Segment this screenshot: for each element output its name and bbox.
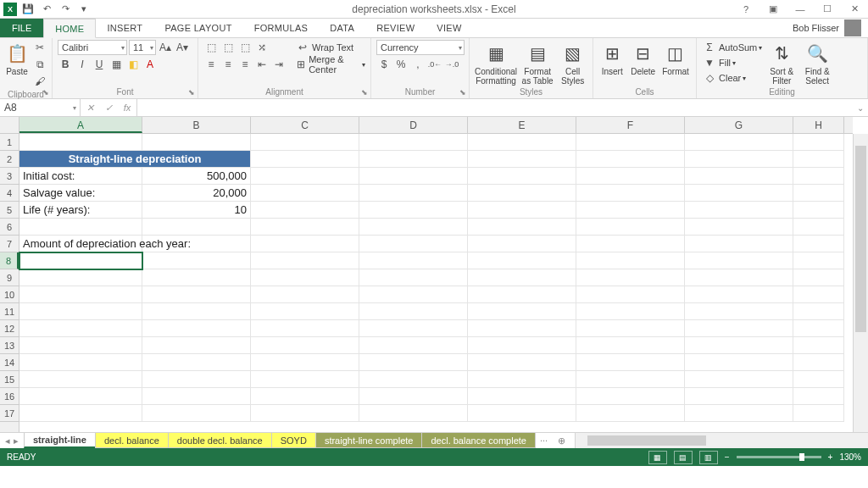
cell-styles-button[interactable]: ▧Cell Styles: [558, 40, 587, 86]
decrease-indent-button[interactable]: ⇤: [254, 57, 270, 72]
row-header-17[interactable]: 17: [0, 405, 19, 422]
help-button[interactable]: ?: [736, 2, 756, 17]
row-header-6[interactable]: 6: [0, 219, 19, 236]
row-header-3[interactable]: 3: [0, 168, 19, 185]
expand-formula-bar-button[interactable]: ⌄: [853, 99, 868, 116]
tab-insert[interactable]: INSERT: [96, 19, 153, 37]
col-header-d[interactable]: D: [359, 117, 468, 133]
col-header-b[interactable]: B: [142, 117, 251, 133]
row-header-10[interactable]: 10: [0, 286, 19, 303]
row-header-9[interactable]: 9: [0, 269, 19, 286]
vertical-scroll-thumb[interactable]: [855, 146, 866, 332]
align-right-button[interactable]: ≡: [237, 57, 253, 72]
select-all-button[interactable]: [0, 117, 19, 134]
number-launcher-icon[interactable]: ⬊: [458, 87, 468, 97]
tab-formulas[interactable]: FORMULAS: [243, 19, 320, 37]
row-header-16[interactable]: 16: [0, 388, 19, 405]
zoom-in-button[interactable]: +: [828, 452, 833, 462]
col-header-h[interactable]: H: [793, 117, 844, 133]
sheet-tab-soyd[interactable]: SOYD: [271, 433, 316, 448]
sheet-nav-prev-button[interactable]: ◂: [5, 435, 10, 446]
new-sheet-button[interactable]: ⊕: [553, 433, 570, 448]
sheet-tab-double-decl[interactable]: double decl. balance: [168, 433, 272, 448]
redo-button[interactable]: ↷: [58, 2, 73, 17]
sheet-nav-next-button[interactable]: ▸: [14, 435, 19, 446]
align-middle-button[interactable]: ⬚: [220, 40, 236, 55]
undo-button[interactable]: ↶: [39, 2, 54, 17]
font-size-combo[interactable]: 11: [129, 40, 156, 55]
minimize-button[interactable]: —: [790, 2, 810, 17]
col-header-e[interactable]: E: [468, 117, 576, 133]
align-bottom-button[interactable]: ⬚: [237, 40, 253, 55]
cell-b3[interactable]: 500,000: [142, 168, 251, 185]
zoom-slider-thumb[interactable]: [799, 453, 804, 461]
tab-page-layout[interactable]: PAGE LAYOUT: [153, 19, 242, 37]
row-header-7[interactable]: 7: [0, 236, 19, 252]
conditional-formatting-button[interactable]: ▦Conditional Formatting: [475, 40, 517, 86]
cells-area[interactable]: Straight-line depreciation Initial cost:…: [19, 134, 853, 432]
page-break-view-button[interactable]: ▥: [699, 451, 718, 464]
sheet-tab-straight-line[interactable]: straight-line: [24, 433, 96, 448]
font-name-combo[interactable]: Calibri: [58, 40, 127, 55]
cell-a8-selected[interactable]: [19, 252, 142, 269]
paste-button[interactable]: 📋 Paste: [5, 40, 29, 76]
tab-view[interactable]: VIEW: [426, 19, 472, 37]
increase-decimal-button[interactable]: .0←: [427, 57, 442, 72]
row-header-5[interactable]: 5: [0, 202, 19, 219]
comma-format-button[interactable]: ,: [410, 57, 426, 72]
maximize-button[interactable]: ☐: [817, 2, 837, 17]
cell-a4[interactable]: Salvage value:: [19, 185, 142, 202]
insert-cells-button[interactable]: ⊞Insert: [598, 40, 626, 76]
qat-customize-icon[interactable]: ▾: [76, 2, 92, 17]
more-sheets-button[interactable]: ...: [535, 433, 553, 448]
sheet-tab-straight-complete[interactable]: straight-line complete: [315, 433, 423, 448]
align-center-button[interactable]: ≡: [220, 57, 236, 72]
tab-file[interactable]: FILE: [0, 19, 43, 37]
font-color-button[interactable]: A: [142, 57, 158, 72]
find-select-button[interactable]: 🔍Find & Select: [801, 40, 833, 86]
row-header-4[interactable]: 4: [0, 185, 19, 202]
merge-center-button[interactable]: ⊞Merge & Center▾: [295, 57, 365, 72]
ribbon-options-button[interactable]: ▣: [763, 2, 783, 17]
orientation-button[interactable]: ⤮: [254, 40, 270, 55]
save-button[interactable]: 💾: [20, 2, 36, 17]
sheet-tab-decl-complete[interactable]: decl. balance complete: [421, 433, 536, 448]
zoom-out-button[interactable]: −: [725, 452, 730, 462]
user-avatar[interactable]: [844, 19, 861, 36]
cell-a7[interactable]: Amount of depreciation each year:: [19, 236, 142, 252]
fx-button[interactable]: fx: [118, 103, 136, 113]
align-top-button[interactable]: ⬚: [203, 40, 219, 55]
vertical-scrollbar[interactable]: [853, 134, 868, 432]
cell-a3[interactable]: Initial cost:: [19, 168, 142, 185]
row-header-14[interactable]: 14: [0, 354, 19, 371]
cell-header[interactable]: Straight-line depreciation: [19, 151, 251, 168]
align-left-button[interactable]: ≡: [203, 57, 219, 72]
cell-b4[interactable]: 20,000: [142, 185, 251, 202]
row-header-2[interactable]: 2: [0, 151, 19, 168]
row-header-8[interactable]: 8: [0, 252, 19, 269]
user-name[interactable]: Bob Flisser: [793, 23, 839, 33]
font-launcher-icon[interactable]: ⬊: [186, 87, 197, 97]
row-header-11[interactable]: 11: [0, 303, 19, 320]
copy-button[interactable]: ⧉: [32, 57, 47, 72]
sheet-tab-decl-balance[interactable]: decl. balance: [95, 433, 169, 448]
cancel-formula-button[interactable]: ✕: [81, 103, 99, 114]
horizontal-scrollbar[interactable]: [575, 433, 868, 448]
row-header-13[interactable]: 13: [0, 337, 19, 354]
formula-input[interactable]: [137, 99, 853, 116]
decrease-font-button[interactable]: A▾: [175, 40, 190, 55]
horizontal-scroll-thumb[interactable]: [587, 435, 706, 446]
close-button[interactable]: ✕: [844, 2, 865, 17]
format-cells-button[interactable]: ◫Format: [660, 40, 691, 76]
increase-indent-button[interactable]: ⇥: [271, 57, 287, 72]
fill-button[interactable]: ▼Fill▾: [702, 55, 762, 70]
zoom-slider[interactable]: [737, 456, 821, 458]
delete-cells-button[interactable]: ⊟Delete: [629, 40, 656, 76]
clipboard-launcher-icon[interactable]: ⬊: [41, 87, 51, 97]
percent-format-button[interactable]: %: [393, 57, 409, 72]
row-header-12[interactable]: 12: [0, 320, 19, 337]
col-header-a[interactable]: A: [19, 117, 142, 133]
zoom-level[interactable]: 130%: [839, 452, 861, 462]
increase-font-button[interactable]: A▴: [158, 40, 173, 55]
underline-button[interactable]: U: [92, 57, 107, 72]
